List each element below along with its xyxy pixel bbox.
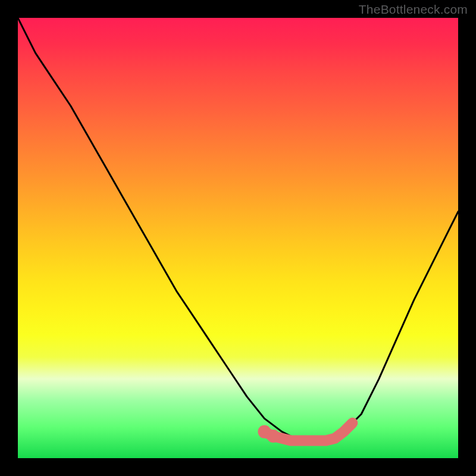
pink-dots <box>258 425 280 443</box>
pink-dot-b <box>267 430 280 443</box>
black-curve <box>18 18 458 440</box>
watermark-text: TheBottleneck.com <box>359 2 468 17</box>
pink-floor-curve <box>264 423 352 441</box>
chart-stage: TheBottleneck.com <box>0 0 476 476</box>
pink-dot-a <box>258 425 271 439</box>
plot-area <box>18 18 458 458</box>
curve-layer <box>18 18 458 458</box>
